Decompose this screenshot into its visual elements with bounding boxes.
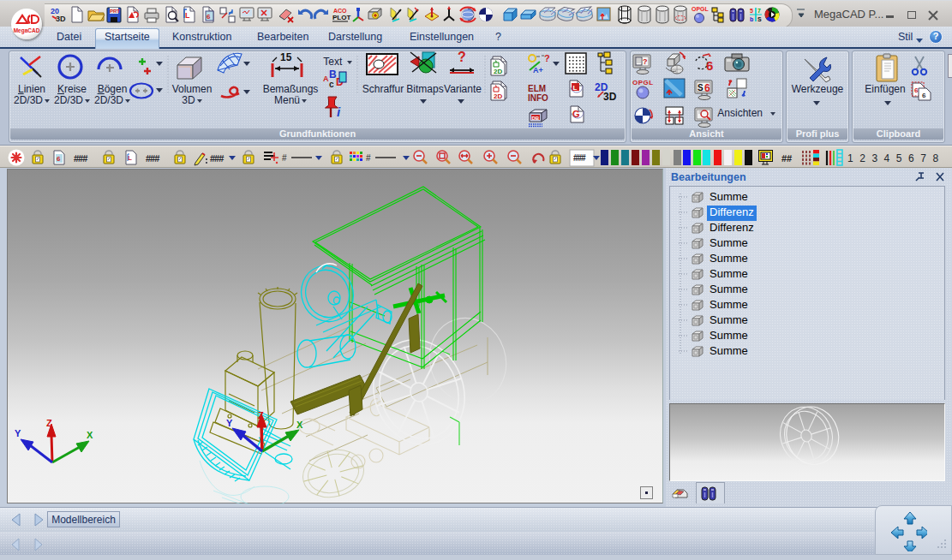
svg-text:S: S [757, 16, 762, 22]
svg-text:6: 6 [908, 152, 914, 164]
svg-text:3D: 3D [56, 15, 66, 23]
svg-text:?: ? [643, 57, 648, 66]
svg-text:5: 5 [750, 8, 753, 14]
svg-text:6: 6 [57, 155, 61, 163]
svg-text:X: X [296, 420, 303, 430]
svg-text:DB: DB [532, 116, 540, 121]
svg-text:PLOT: PLOT [332, 14, 350, 21]
svg-text:#: # [282, 153, 287, 163]
svg-text:b: b [750, 16, 753, 22]
svg-text:6: 6 [704, 82, 710, 94]
svg-text:Z: Z [258, 410, 264, 420]
svg-text:7: 7 [920, 152, 926, 164]
svg-text:Z: Z [46, 418, 52, 428]
svg-text:X: X [87, 430, 93, 440]
svg-text:7: 7 [757, 8, 761, 14]
svg-text:L: L [128, 154, 132, 162]
svg-text:MegaCAD: MegaCAD [14, 27, 40, 34]
svg-text:6: 6 [922, 92, 926, 99]
svg-text:L: L [185, 11, 190, 20]
svg-text:2D: 2D [494, 92, 502, 100]
svg-text:c: c [329, 80, 334, 89]
svg-text:i: i [337, 104, 341, 119]
svg-text:3D: 3D [603, 91, 617, 103]
svg-text:S: S [698, 83, 704, 92]
svg-text:###: ### [573, 153, 586, 163]
svg-text:2D: 2D [494, 68, 502, 75]
svg-text:4: 4 [884, 152, 890, 164]
svg-text:OPGL: OPGL [692, 6, 710, 12]
svg-text:6: 6 [914, 86, 919, 94]
svg-text:A: A [323, 74, 329, 83]
svg-text:6: 6 [207, 13, 211, 21]
svg-text:ELM: ELM [528, 84, 546, 93]
svg-text:INFO: INFO [528, 93, 548, 103]
svg-text:#: # [366, 153, 371, 163]
svg-text:1: 1 [847, 152, 853, 164]
svg-text:2: 2 [859, 152, 865, 164]
svg-text:5: 5 [896, 152, 902, 164]
svg-text:15: 15 [280, 51, 292, 63]
svg-text:PRT: PRT [110, 9, 120, 14]
svg-text:3: 3 [871, 152, 877, 164]
svg-text:A+: A+ [533, 66, 543, 74]
svg-text:8: 8 [932, 152, 938, 164]
svg-text:##: ## [781, 153, 792, 164]
svg-text:6: 6 [706, 58, 713, 73]
svg-text:Y: Y [226, 418, 233, 428]
svg-text:?: ? [458, 50, 466, 64]
svg-text:L: L [573, 84, 578, 92]
svg-text:Y: Y [15, 428, 21, 438]
svg-text:G: G [572, 109, 580, 119]
svg-text:OPGL: OPGL [632, 79, 654, 86]
svg-text:?: ? [544, 53, 550, 63]
svg-text:ACO: ACO [333, 8, 347, 14]
